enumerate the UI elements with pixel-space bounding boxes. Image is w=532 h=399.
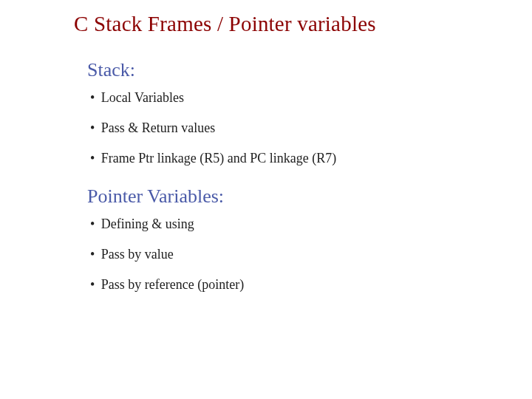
list-item: • Defining & using: [90, 216, 488, 232]
bullet-icon: •: [90, 277, 95, 293]
slide-title: C Stack Frames / Pointer variables: [74, 12, 376, 36]
bullet-text: Defining & using: [101, 216, 194, 231]
slide: C Stack Frames / Pointer variables Stack…: [0, 0, 532, 399]
bullet-text: Local Variables: [101, 90, 184, 105]
bullet-icon: •: [90, 151, 95, 166]
list-item: • Pass by reference (pointer): [90, 277, 488, 293]
list-item: • Pass & Return values: [90, 120, 488, 136]
list-item: • Pass by value: [90, 247, 488, 262]
bullet-icon: •: [90, 90, 95, 106]
bullet-text: Pass & Return values: [101, 120, 216, 135]
bullet-icon: •: [90, 120, 95, 136]
bullet-list-pointer: • Defining & using • Pass by value • Pas…: [87, 216, 488, 293]
section-heading-stack: Stack:: [87, 59, 488, 81]
list-item: • Frame Ptr linkage (R5) and PC linkage …: [90, 151, 488, 166]
section-heading-pointer: Pointer Variables:: [87, 185, 488, 208]
bullet-text: Pass by reference (pointer): [101, 277, 244, 292]
bullet-icon: •: [90, 216, 95, 232]
list-item: • Local Variables: [90, 90, 488, 106]
bullet-list-stack: • Local Variables • Pass & Return values…: [87, 90, 488, 166]
slide-content: Stack: • Local Variables • Pass & Return…: [87, 59, 488, 307]
bullet-text: Pass by value: [101, 247, 174, 262]
bullet-icon: •: [90, 247, 95, 262]
bullet-text: Frame Ptr linkage (R5) and PC linkage (R…: [101, 151, 336, 166]
